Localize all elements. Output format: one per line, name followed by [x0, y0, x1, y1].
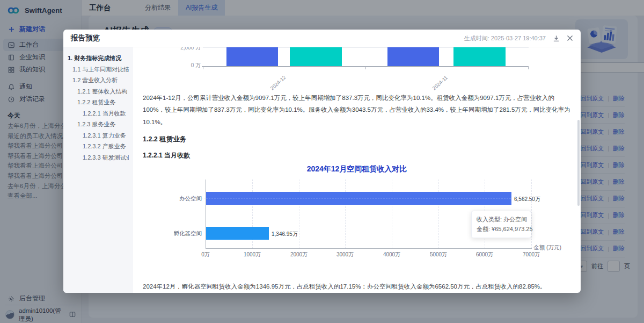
x-axis-title: 金额 (万元) — [533, 244, 561, 252]
toc-item[interactable]: 1.2.3 服务业务 — [68, 119, 129, 130]
toc-item[interactable]: 1.2.3.1 算力业务 — [68, 130, 129, 141]
bar-2024-12-series1[interactable] — [226, 47, 278, 66]
bar-value-label: 1,346.95万 — [272, 231, 298, 238]
report-document: 2,000 万 0 万 2024-12 2024-11 2024年1-12月，公… — [133, 47, 581, 293]
y-tick-label: 0 万 — [147, 62, 201, 69]
section-heading: 1.2.2 租赁业务 — [143, 135, 571, 144]
category-label: 孵化器空间 — [147, 230, 202, 238]
chart-tooltip: 收入类型: 办公空间 金额: ¥65,624,973.25 — [471, 211, 531, 238]
x-tick-label: 4000万 — [376, 251, 408, 259]
tooltip-line: 金额: ¥65,624,973.25 — [477, 224, 526, 234]
rental-income-bar-chart: 2024年12月空间租赁收入对比 办公空间 6,562.50万 孵化器空间 1,… — [143, 162, 571, 274]
generated-time: 生成时间: 2025-03-27 19:40:37 — [464, 34, 546, 42]
chart-title: 2024年12月空间租赁收入对比 — [143, 164, 571, 174]
x-tick-label: 2024-11 — [431, 71, 452, 91]
tooltip-line: 收入类型: 办公空间 — [477, 214, 526, 224]
bar-2024-11-series2[interactable] — [453, 47, 506, 66]
x-tick-label: 7000万 — [515, 251, 547, 259]
toc-item[interactable]: 1.2.3.2 产服业务 — [68, 141, 129, 152]
toc-item[interactable]: 1.2.3.3 研发测试业务 — [68, 152, 129, 163]
modal-scrollbar[interactable] — [577, 120, 580, 206]
x-tick-label: 6000万 — [469, 251, 501, 259]
toc-item[interactable]: 1.2.2 租赁业务 — [68, 97, 129, 108]
bar-incubator-space[interactable] — [206, 227, 269, 240]
modal-header: 报告预览 生成时间: 2025-03-27 19:40:37 — [63, 30, 581, 47]
x-tick-label: 0万 — [189, 251, 222, 259]
x-tick-label: 2000万 — [283, 251, 315, 259]
toc-item[interactable]: 1.2 营业收入分析 — [68, 75, 129, 86]
y-tick-label: 2,000 万 — [147, 47, 201, 52]
x-tick-label: 3000万 — [329, 251, 361, 259]
bar-value-label: 6,562.50万 — [514, 196, 540, 203]
bar-office-space[interactable] — [206, 192, 511, 205]
axis-pointer-dash — [206, 198, 511, 198]
modal-body: 1. 财务指标完成情况 1.1 与上年同期对比情况 1.2 营业收入分析 1.2… — [63, 47, 581, 293]
close-icon[interactable] — [567, 35, 573, 41]
x-tick-label: 5000万 — [422, 251, 455, 259]
modal-title: 报告预览 — [71, 33, 100, 43]
monthly-grouped-bar-chart: 2,000 万 0 万 2024-12 2024-11 — [143, 47, 571, 88]
category-label: 办公空间 — [147, 195, 202, 203]
report-paragraph: 2024年1-12月，公司累计营业收入金额为9097.1万元，较上年同期增加了8… — [143, 92, 571, 128]
toc-item[interactable]: 1.2.2.1 当月收款 — [68, 108, 129, 119]
report-preview-modal: 报告预览 生成时间: 2025-03-27 19:40:37 1. 财务指标完成… — [63, 30, 581, 293]
report-toc: 1. 财务指标完成情况 1.1 与上年同期对比情况 1.2 营业收入分析 1.2… — [63, 47, 133, 293]
x-tick-label: 1000万 — [236, 251, 268, 259]
axis-pointer-dash — [190, 198, 206, 198]
section-heading: 1.2.2.1 当月收款 — [143, 151, 571, 160]
x-tick-label: 2024-12 — [269, 71, 290, 91]
download-icon[interactable] — [553, 35, 560, 42]
toc-item[interactable]: 1. 财务指标完成情况 — [68, 53, 129, 64]
toc-item[interactable]: 1.1 与上年同期对比情况 — [68, 64, 129, 75]
report-paragraph: 2024年12月，孵化器空间租赁收入金额为1346.95万元，占总租赁收入的17… — [143, 281, 571, 292]
toc-item[interactable]: 1.2.1 整体收入结构 — [68, 86, 129, 97]
bar-2024-12-series2[interactable] — [290, 47, 342, 66]
bar-2024-11-series1[interactable] — [387, 47, 439, 66]
